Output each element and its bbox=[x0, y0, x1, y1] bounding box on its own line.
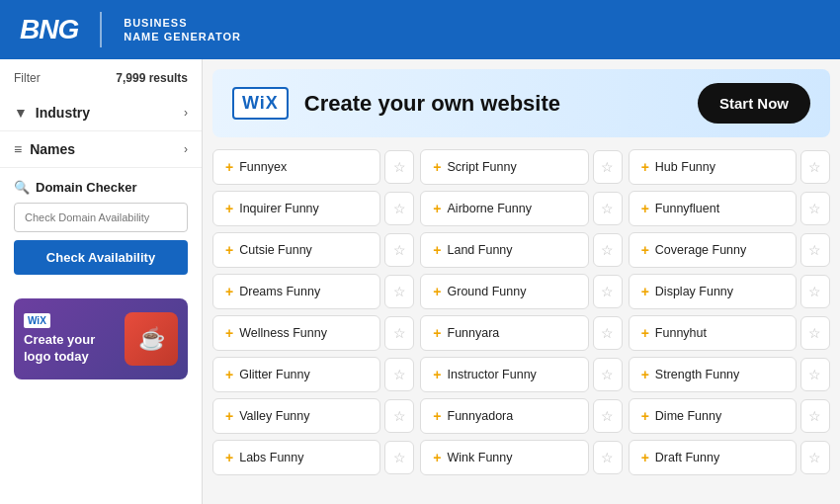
plus-icon: + bbox=[225, 242, 233, 258]
favorite-button[interactable]: ☆ bbox=[384, 399, 414, 433]
plus-icon: + bbox=[433, 284, 441, 299]
results-count: 7,999 results bbox=[116, 71, 188, 85]
name-row: +Ground Funny☆ bbox=[420, 274, 622, 309]
plus-icon: + bbox=[641, 284, 649, 299]
favorite-button[interactable]: ☆ bbox=[800, 358, 830, 391]
favorite-button[interactable]: ☆ bbox=[593, 399, 623, 433]
plus-icon: + bbox=[641, 159, 649, 175]
name-card[interactable]: +Labs Funny bbox=[212, 440, 380, 475]
industry-label: Industry bbox=[36, 105, 90, 121]
name-card[interactable]: +Funnyex bbox=[212, 149, 380, 185]
favorite-button[interactable]: ☆ bbox=[800, 441, 830, 474]
favorite-button[interactable]: ☆ bbox=[384, 441, 414, 474]
business-name: Draft Funny bbox=[655, 451, 719, 464]
favorite-button[interactable]: ☆ bbox=[593, 358, 623, 391]
name-card[interactable]: +Valley Funny bbox=[212, 398, 380, 434]
business-name: Airborne Funny bbox=[448, 202, 532, 215]
name-row: +Valley Funny☆ bbox=[212, 398, 414, 434]
favorite-button[interactable]: ☆ bbox=[800, 316, 830, 350]
plus-icon: + bbox=[225, 408, 233, 424]
main-layout: Filter 7,999 results ▼ Industry › ≡ Name… bbox=[0, 59, 840, 504]
favorite-button[interactable]: ☆ bbox=[593, 192, 623, 225]
name-card[interactable]: +Funnyfluent bbox=[629, 191, 797, 226]
favorite-button[interactable]: ☆ bbox=[384, 316, 414, 350]
name-card[interactable]: +Display Funny bbox=[629, 274, 797, 309]
sidebar-item-names[interactable]: ≡ Names › bbox=[0, 131, 202, 168]
plus-icon: + bbox=[641, 367, 649, 382]
favorite-button[interactable]: ☆ bbox=[593, 441, 623, 474]
domain-input[interactable] bbox=[14, 203, 188, 232]
name-card[interactable]: +Hub Funny bbox=[629, 149, 797, 185]
wix-logo-small: WiX bbox=[24, 313, 50, 328]
plus-icon: + bbox=[433, 201, 441, 216]
name-card[interactable]: +Inquirer Funny bbox=[212, 191, 380, 226]
favorite-button[interactable]: ☆ bbox=[384, 192, 414, 225]
name-card[interactable]: +Funnyadora bbox=[420, 398, 588, 434]
favorite-button[interactable]: ☆ bbox=[800, 192, 830, 225]
favorite-button[interactable]: ☆ bbox=[384, 275, 414, 308]
favorite-button[interactable]: ☆ bbox=[800, 233, 830, 267]
check-availability-button[interactable]: Check Availability bbox=[14, 240, 188, 275]
business-name: Wellness Funny bbox=[239, 326, 327, 340]
name-row: +Wellness Funny☆ bbox=[212, 315, 414, 351]
name-card[interactable]: +Coverage Funny bbox=[629, 232, 797, 268]
favorite-button[interactable]: ☆ bbox=[384, 233, 414, 267]
sidebar: Filter 7,999 results ▼ Industry › ≡ Name… bbox=[0, 59, 203, 504]
name-card[interactable]: +Cutsie Funny bbox=[212, 232, 380, 268]
favorite-button[interactable]: ☆ bbox=[384, 358, 414, 391]
favorite-button[interactable]: ☆ bbox=[800, 275, 830, 308]
name-card[interactable]: +Ground Funny bbox=[420, 274, 588, 309]
favorite-button[interactable]: ☆ bbox=[384, 150, 414, 184]
business-name: Funnyex bbox=[239, 160, 287, 174]
name-card[interactable]: +Dime Funny bbox=[629, 398, 797, 434]
wix-ad-sidebar[interactable]: WiX Create your logo today ☕ bbox=[14, 298, 188, 379]
chevron-down-icon: › bbox=[184, 106, 188, 120]
wix-banner-text: Create your own website bbox=[304, 91, 682, 117]
start-now-button[interactable]: Start Now bbox=[698, 83, 810, 124]
plus-icon: + bbox=[225, 201, 233, 216]
favorite-button[interactable]: ☆ bbox=[800, 399, 830, 433]
name-card[interactable]: +Script Funny bbox=[420, 149, 588, 185]
name-card[interactable]: +Funnyhut bbox=[629, 315, 797, 351]
favorite-button[interactable]: ☆ bbox=[593, 150, 623, 184]
name-row: +Dime Funny☆ bbox=[629, 398, 830, 434]
name-row: +Cutsie Funny☆ bbox=[212, 232, 414, 268]
favorite-button[interactable]: ☆ bbox=[593, 233, 623, 267]
names-grid: +Funnyex☆+Script Funny☆+Hub Funny☆+Inqui… bbox=[212, 149, 830, 475]
wix-ad-text: Create your logo today bbox=[24, 332, 117, 366]
plus-icon: + bbox=[433, 408, 441, 424]
name-row: +Instructor Funny☆ bbox=[420, 357, 622, 392]
name-card[interactable]: +Draft Funny bbox=[629, 440, 797, 475]
business-name: Cutsie Funny bbox=[239, 243, 312, 257]
business-name: Dime Funny bbox=[655, 409, 721, 423]
name-card[interactable]: +Dreams Funny bbox=[212, 274, 380, 309]
sidebar-item-industry[interactable]: ▼ Industry › bbox=[0, 95, 202, 131]
name-card[interactable]: +Airborne Funny bbox=[420, 191, 588, 226]
name-card[interactable]: +Glitter Funny bbox=[212, 357, 380, 392]
wix-banner[interactable]: WiX Create your own website Start Now bbox=[212, 69, 830, 137]
name-card[interactable]: +Funnyara bbox=[420, 315, 588, 351]
logo-divider bbox=[100, 12, 102, 47]
favorite-button[interactable]: ☆ bbox=[593, 275, 623, 308]
wix-ad-icon: ☕ bbox=[125, 312, 178, 366]
business-name: Script Funny bbox=[448, 160, 517, 174]
lines-icon: ≡ bbox=[14, 141, 22, 157]
favorite-button[interactable]: ☆ bbox=[800, 150, 830, 184]
name-card[interactable]: +Strength Funny bbox=[629, 357, 797, 392]
name-row: +Glitter Funny☆ bbox=[212, 357, 414, 392]
plus-icon: + bbox=[641, 201, 649, 216]
logo-title: BUSINESS NAME GENERATOR bbox=[124, 16, 241, 44]
business-name: Strength Funny bbox=[655, 368, 739, 381]
business-name: Coverage Funny bbox=[655, 243, 746, 257]
name-card[interactable]: +Instructor Funny bbox=[420, 357, 588, 392]
name-card[interactable]: +Land Funny bbox=[420, 232, 588, 268]
name-row: +Funnyhut☆ bbox=[629, 315, 830, 351]
name-card[interactable]: +Wellness Funny bbox=[212, 315, 380, 351]
plus-icon: + bbox=[225, 159, 233, 175]
filter-header: Filter 7,999 results bbox=[0, 71, 202, 95]
domain-checker-section: 🔍 Domain Checker Check Availability bbox=[0, 168, 202, 287]
name-row: +Script Funny☆ bbox=[420, 149, 622, 185]
name-card[interactable]: +Wink Funny bbox=[420, 440, 588, 475]
favorite-button[interactable]: ☆ bbox=[593, 316, 623, 350]
plus-icon: + bbox=[225, 367, 233, 382]
